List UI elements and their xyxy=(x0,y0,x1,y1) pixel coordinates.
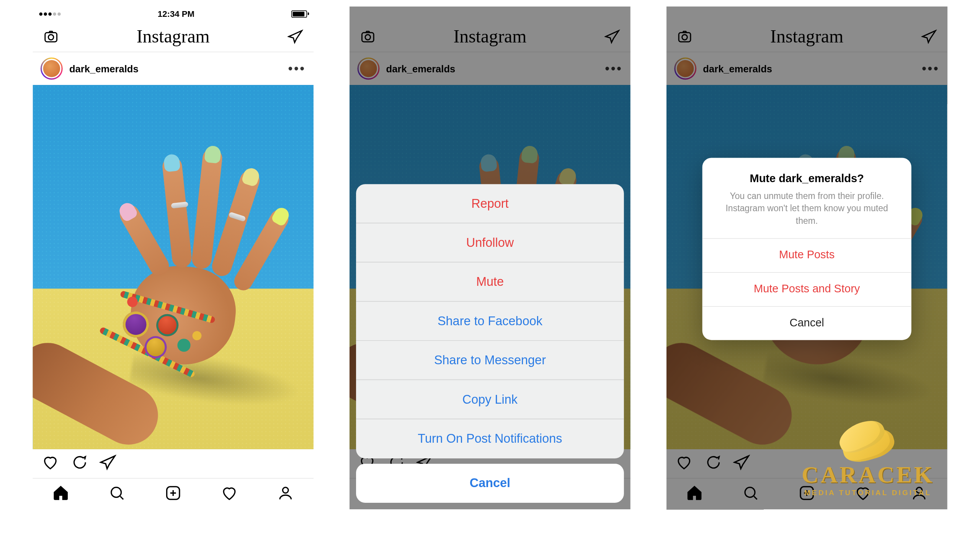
action-sheet-item-copy-link[interactable]: Copy Link xyxy=(356,380,624,419)
mute-cancel-button[interactable]: Cancel xyxy=(702,306,911,340)
phone-screen-action-sheet: Instagram dark_emeralds ••• ReportUnfoll… xyxy=(350,7,630,509)
instagram-logo: Instagram xyxy=(137,26,210,47)
mute-dialog-message: You can unmute them from their profile. … xyxy=(715,191,898,228)
svg-point-4 xyxy=(283,487,288,493)
signal-icon xyxy=(39,12,60,16)
action-sheet-cancel[interactable]: Cancel xyxy=(356,464,624,503)
avatar[interactable] xyxy=(41,57,63,80)
status-bar: 12:34 PM xyxy=(33,7,314,21)
mute-posts-button[interactable]: Mute Posts xyxy=(702,238,911,272)
svg-point-1 xyxy=(48,34,54,40)
mute-dialog: Mute dark_emeralds? You can unmute them … xyxy=(702,158,911,340)
action-sheet-item-share-to-facebook[interactable]: Share to Facebook xyxy=(356,302,624,341)
app-header: Instagram xyxy=(33,21,314,52)
action-sheet-item-report[interactable]: Report xyxy=(356,184,624,223)
mute-posts-and-story-button[interactable]: Mute Posts and Story xyxy=(702,272,911,306)
camera-icon[interactable] xyxy=(42,27,60,46)
nav-add-icon[interactable] xyxy=(165,484,181,504)
direct-message-icon[interactable] xyxy=(286,27,304,46)
status-time: 12:34 PM xyxy=(158,9,194,19)
post-more-icon[interactable]: ••• xyxy=(288,61,306,76)
mute-dialog-title: Mute dark_emeralds? xyxy=(715,172,898,185)
like-icon[interactable] xyxy=(42,454,59,473)
post-header: dark_emeralds ••• xyxy=(33,52,314,85)
svg-point-2 xyxy=(111,487,121,497)
nav-search-icon[interactable] xyxy=(108,484,125,504)
nav-home-icon[interactable] xyxy=(52,484,69,504)
share-icon[interactable] xyxy=(99,454,116,473)
comment-icon[interactable] xyxy=(70,454,87,473)
post-username[interactable]: dark_emeralds xyxy=(69,63,282,74)
action-sheet-item-mute[interactable]: Mute xyxy=(356,262,624,302)
action-sheet-group: ReportUnfollowMuteShare to FacebookShare… xyxy=(356,184,624,458)
phone-screen-mute-dialog: Instagram dark_emeralds ••• xyxy=(666,7,947,509)
post-actions xyxy=(33,449,314,478)
action-sheet-item-share-to-messenger[interactable]: Share to Messenger xyxy=(356,341,624,380)
action-sheet-item-unfollow[interactable]: Unfollow xyxy=(356,223,624,262)
action-sheet: ReportUnfollowMuteShare to FacebookShare… xyxy=(356,184,624,503)
nav-profile-icon[interactable] xyxy=(277,484,294,504)
battery-icon xyxy=(291,10,307,17)
nav-activity-icon[interactable] xyxy=(221,484,238,504)
action-sheet-item-turn-on-post-notifications[interactable]: Turn On Post Notifications xyxy=(356,419,624,458)
bottom-nav xyxy=(33,478,314,509)
phone-screen-feed: 12:34 PM Instagram dark_emeralds ••• xyxy=(33,7,314,509)
post-image[interactable] xyxy=(33,85,314,449)
